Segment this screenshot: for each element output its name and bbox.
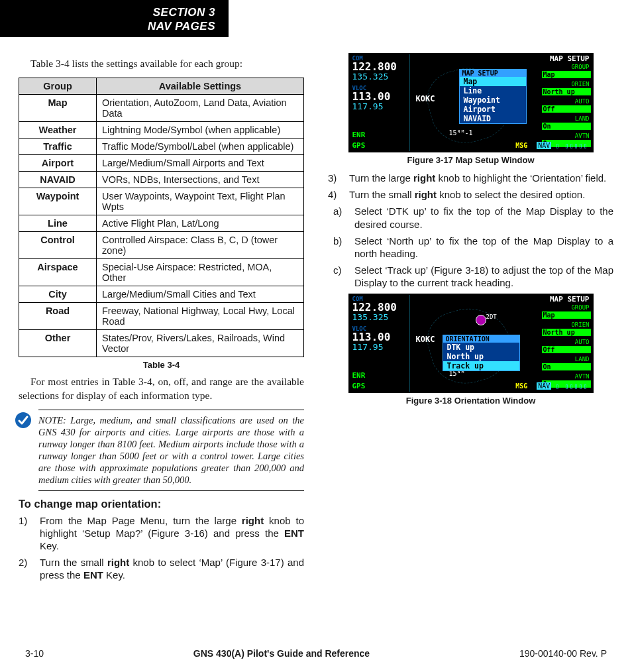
enr-indicator: ENR xyxy=(352,131,366,139)
gns-screen-17: COM 122.800 135.325 VLOC 113.00 117.95 E… xyxy=(348,53,594,152)
note-text: NOTE: Large, medium, and small classific… xyxy=(38,415,304,486)
popup-item: North up xyxy=(443,352,519,361)
popup-title: ORIENTATION xyxy=(443,335,519,343)
svg-point-0 xyxy=(15,412,31,428)
step-4c: Select ‘Track up’ (Figure 3-18) to adjus… xyxy=(354,264,613,289)
step-4a: Select ‘DTK up’ to fix the top of the Ma… xyxy=(354,205,613,230)
table-cell-group: Waypoint xyxy=(19,188,97,215)
step-number: 1) xyxy=(19,514,40,553)
step-number: 4) xyxy=(328,188,349,201)
waypoint-label: KOKC xyxy=(416,335,435,344)
vloc-standby: 117.95 xyxy=(350,343,409,352)
table-cell-settings: Traffic Mode/Symbol/Label (when applicab… xyxy=(97,138,304,154)
vloc-active: 113.00 xyxy=(350,332,409,343)
vloc-active: 113.00 xyxy=(350,91,409,102)
table-row: ControlControlled Airspace: Class B, C, … xyxy=(19,231,304,258)
figure-3-18: COM 122.800 135.325 VLOC 113.00 117.95 E… xyxy=(328,294,613,406)
table-cell-group: City xyxy=(19,286,97,302)
table-row: RoadFreeway, National Highway, Local Hwy… xyxy=(19,302,304,329)
page-body: Table 3-4 lists the settings available f… xyxy=(0,53,632,636)
steps-list: 1) From the Map Page Menu, turn the larg… xyxy=(19,514,304,582)
table-row: TrafficTraffic Mode/Symbol/Label (when a… xyxy=(19,138,304,154)
settings-panel: GROUPMap ORIENNorth up AUTOOff LANDOn AV… xyxy=(519,304,592,390)
orientation-popup: ORIENTATION DTK up North up Track up xyxy=(443,335,520,371)
table-header-group: Group xyxy=(19,78,97,94)
step-1: From the Map Page Menu, turn the large r… xyxy=(40,514,304,553)
bottom-status-bar: MSG NAV ▯ ▯▯▯▯▯ xyxy=(411,142,592,151)
waypoint-label: KOKC xyxy=(416,94,435,103)
popup-item: Line xyxy=(460,86,526,95)
popup-item: NAVAID xyxy=(460,114,526,123)
table-cell-settings: VORs, NDBs, Intersections, and Text xyxy=(97,171,304,188)
footer-page-number: 3-10 xyxy=(25,648,44,659)
gps-indicator: GPS xyxy=(352,382,366,390)
table-row: LineActive Flight Plan, Lat/Long xyxy=(19,215,304,231)
settings-table: Group Available Settings MapOrientation,… xyxy=(19,78,304,357)
steps-list-cont: 3) Turn the large right knob to highligh… xyxy=(328,172,613,290)
intro-paragraph: Table 3-4 lists the settings available f… xyxy=(19,57,304,71)
table-row: WaypointUser Waypoints, Waypoint Text, F… xyxy=(19,188,304,215)
table-cell-settings: Lightning Mode/Symbol (when applicable) xyxy=(97,121,304,138)
cursor-label: 2DT xyxy=(486,313,497,320)
note-icon xyxy=(15,412,32,429)
vloc-standby: 117.95 xyxy=(350,102,409,111)
settings-panel: GROUPMap ORIENNorth up AUTOOff LANDOn AV… xyxy=(519,64,592,150)
section-line2: NAV PAGES xyxy=(13,19,215,33)
table-cell-settings: Special-Use Airspace: Restricted, MOA, O… xyxy=(97,258,304,286)
table-cell-settings: User Waypoints, Waypoint Text, Flight Pl… xyxy=(97,188,304,215)
table-cell-group: Airspace xyxy=(19,258,97,286)
table-cell-group: Airport xyxy=(19,154,97,171)
popup-title: MAP SETUP xyxy=(460,70,526,77)
note-block: NOTE: Large, medium, and small classific… xyxy=(38,410,304,491)
page-footer: 3-10 GNS 430(A) Pilot's Guide and Refere… xyxy=(0,648,632,659)
table-cell-settings: Large/Medium/Small Cities and Text xyxy=(97,286,304,302)
map-setup-popup: MAP SETUP Map Line Waypoint Airport NAVA… xyxy=(459,69,527,124)
step-3: Turn the large right knob to highlight t… xyxy=(349,172,606,184)
table-row: AirportLarge/Medium/Small Airports and T… xyxy=(19,154,304,171)
gns-screen-18: COM 122.800 135.325 VLOC 113.00 117.95 E… xyxy=(348,294,594,393)
step-4: Turn the small right knob to select the … xyxy=(349,188,585,201)
footer-title: GNS 430(A) Pilot's Guide and Reference xyxy=(193,648,370,659)
cursor-icon xyxy=(476,315,486,325)
table-row: OtherStates/Prov, Rivers/Lakes, Railroad… xyxy=(19,329,304,357)
step-number: 3) xyxy=(328,172,349,184)
table-row: CityLarge/Medium/Small Cities and Text xyxy=(19,286,304,302)
table-cell-group: Other xyxy=(19,329,97,357)
popup-item: Map xyxy=(460,77,526,86)
table-cell-group: Weather xyxy=(19,121,97,138)
table-row: WeatherLightning Mode/Symbol (when appli… xyxy=(19,121,304,138)
table-cell-settings: Active Flight Plan, Lat/Long xyxy=(97,215,304,231)
com-standby: 135.325 xyxy=(350,313,409,322)
table-cell-group: NAVAID xyxy=(19,171,97,188)
table-caption: Table 3-4 xyxy=(19,360,304,370)
table-row: NAVAIDVORs, NDBs, Intersections, and Tex… xyxy=(19,171,304,188)
table-cell-group: Line xyxy=(19,215,97,231)
popup-item: Airport xyxy=(460,105,526,114)
screen-title: MAP SETUP xyxy=(411,54,592,64)
enr-indicator: ENR xyxy=(352,371,366,380)
step-number: 2) xyxy=(19,556,40,581)
table-cell-settings: Large/Medium/Small Airports and Text xyxy=(97,154,304,171)
com-active: 122.800 xyxy=(350,62,409,72)
procedure-heading: To change map orientation: xyxy=(19,498,304,510)
gps-indicator: GPS xyxy=(352,141,366,150)
map-scale: 15ᴺᴹ-1 xyxy=(449,129,473,137)
screen-title: MAP SETUP xyxy=(411,295,592,304)
popup-item: DTK up xyxy=(443,343,519,352)
substep-letter: b) xyxy=(333,235,354,260)
table-cell-group: Control xyxy=(19,231,97,258)
table-cell-settings: Freeway, National Highway, Local Hwy, Lo… xyxy=(97,302,304,329)
popup-item: Waypoint xyxy=(460,95,526,105)
table-cell-group: Road xyxy=(19,302,97,329)
table-cell-settings: Controlled Airspace: Class B, C, D (towe… xyxy=(97,231,304,258)
bottom-status-bar: MSG NAV ▯ ▯▯▯▯▯ xyxy=(411,382,592,392)
table-cell-settings: States/Prov, Rivers/Lakes, Railroads, Wi… xyxy=(97,329,304,357)
step-4b: Select ‘North up’ to fix the top of the … xyxy=(354,235,613,260)
footer-doc-rev: 190-00140-00 Rev. P xyxy=(519,648,607,659)
section-header-tab: SECTION 3 NAV PAGES xyxy=(0,0,229,37)
com-standby: 135.325 xyxy=(350,72,409,82)
figure-18-caption: Figure 3-18 Orientation Window xyxy=(328,396,613,406)
table-cell-settings: Orientation, AutoZoom, Land Data, Aviati… xyxy=(97,94,304,121)
section-line1: SECTION 3 xyxy=(13,5,215,19)
figure-17-caption: Figure 3-17 Map Setup Window xyxy=(328,155,613,165)
